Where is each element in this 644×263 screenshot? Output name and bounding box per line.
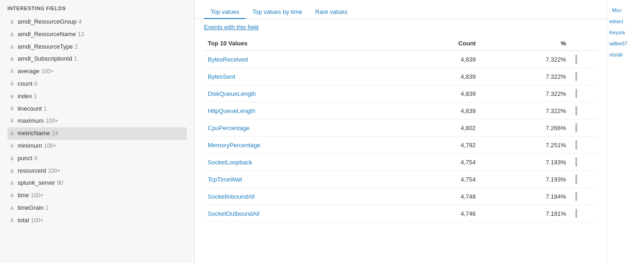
table-cell-value-3[interactable]: HttpQueueLength [204, 102, 399, 119]
table-cell-value-2[interactable]: DiskQueueLength [204, 85, 399, 102]
table-cell-bar-0 [570, 51, 598, 68]
top-values-table-container: Top 10 Values Count % BytesReceived4,839… [195, 37, 607, 222]
tab-top-values[interactable]: Top values [204, 6, 246, 19]
sidebar-item-count-amdl_ResourceName: 13 [78, 30, 84, 39]
sidebar-item-type-maximum: # [10, 117, 16, 125]
right-panel-item-1[interactable]: ed/act [607, 16, 644, 27]
table-cell-count-1: 4,839 [399, 68, 479, 85]
sidebar-item-total[interactable]: #total100+ [7, 214, 187, 227]
table-cell-count-0: 4,839 [399, 51, 479, 68]
sidebar-item-type-resourceId: a [10, 167, 16, 175]
tab-top-values-by-time[interactable]: Top values by time [246, 6, 309, 19]
table-cell-bar-6 [570, 154, 598, 171]
table-row: DiskQueueLength4,8397.322% [204, 85, 598, 102]
table-cell-value-5[interactable]: MemoryPercentage [204, 137, 399, 154]
sidebar-item-count-index: 1 [34, 92, 37, 101]
table-cell-value-1[interactable]: BytesSent [204, 68, 399, 85]
sidebar-item-label-timeGrain: timeGrain [18, 203, 44, 213]
sidebar-item-type-timeGrain: a [10, 204, 16, 213]
sidebar-item-type-amdl_ResourceName: a [10, 30, 16, 39]
table-cell-bar-1 [570, 68, 598, 85]
sidebar-item-amdl_ResourceName[interactable]: aamdl_ResourceName13 [7, 28, 187, 41]
sidebar-item-type-amdl_SubscriptionId: a [10, 55, 16, 63]
sidebar-item-count-linecount: 1 [44, 105, 47, 113]
sidebar-item-count-amdl_SubscriptionId: 1 [74, 55, 77, 63]
sidebar-item-label-resourceId: resourceId [18, 166, 46, 176]
table-cell-value-9[interactable]: SocketOutboundAll [204, 205, 399, 222]
table-cell-bar-5 [570, 137, 598, 154]
sidebar-item-count-amdl_ResourceType: 2 [75, 43, 78, 51]
right-panel-item-3[interactable]: ia8be57 [607, 38, 644, 49]
sidebar: INTERESTING FIELDS aamdl_ResourceGroup4a… [0, 0, 195, 263]
sidebar-item-maximum[interactable]: #maximum100+ [7, 115, 187, 127]
sidebar-item-time[interactable]: atime100+ [7, 189, 187, 202]
sidebar-item-index[interactable]: aindex1 [7, 90, 187, 103]
sidebar-item-type-amdl_ResourceType: a [10, 43, 16, 51]
table-cell-count-9: 4,746 [399, 205, 479, 222]
table-cell-count-2: 4,839 [399, 85, 479, 102]
table-cell-value-4[interactable]: CpuPercentage [204, 119, 399, 137]
sidebar-item-label-minimum: minimum [18, 141, 42, 151]
table-cell-bar-7 [570, 171, 598, 188]
table-cell-pct-1: 7.322% [479, 68, 570, 85]
tab-rare-values[interactable]: Rare values [309, 6, 354, 19]
sidebar-title: INTERESTING FIELDS [7, 6, 187, 11]
table-cell-pct-2: 7.322% [479, 85, 570, 102]
table-row: HttpQueueLength4,8397.322% [204, 102, 598, 119]
sidebar-item-count-time: 100+ [31, 191, 44, 200]
sidebar-item-type-amdl_ResourceGroup: a [10, 18, 16, 26]
sidebar-item-label-count: count [18, 79, 32, 89]
sidebar-item-amdl_SubscriptionId[interactable]: aamdl_SubscriptionId1 [7, 53, 187, 65]
column-header-value: Top 10 Values [204, 37, 399, 51]
sidebar-item-amdl_ResourceGroup[interactable]: aamdl_ResourceGroup4 [7, 16, 187, 28]
sidebar-item-punct[interactable]: apunct9 [7, 152, 187, 165]
sidebar-item-metricName[interactable]: ametricName24 [7, 127, 187, 140]
sidebar-item-type-minimum: # [10, 142, 16, 150]
right-panel-item-4[interactable]: nts/all [607, 49, 644, 60]
table-cell-pct-7: 7.193% [479, 171, 570, 188]
sidebar-item-linecount[interactable]: #linecount1 [7, 103, 187, 115]
column-header-pct: % [479, 37, 570, 51]
sidebar-item-amdl_ResourceType[interactable]: aamdl_ResourceType2 [7, 41, 187, 53]
table-cell-value-0[interactable]: BytesReceived [204, 51, 399, 68]
column-header-bar [570, 37, 598, 51]
table-row: TcpTimeWait4,7547.193% [204, 171, 598, 188]
sidebar-item-type-index: a [10, 92, 16, 101]
table-cell-pct-8: 7.184% [479, 188, 570, 205]
sidebar-item-timeGrain[interactable]: atimeGrain1 [7, 202, 187, 214]
sidebar-item-count-resourceId: 100+ [48, 167, 60, 175]
sidebar-item-type-count: # [10, 80, 16, 88]
sidebar-item-type-splunk_server: a [10, 179, 16, 188]
table-cell-count-5: 4,792 [399, 137, 479, 154]
sidebar-item-label-metricName: metricName [18, 129, 50, 138]
table-cell-pct-4: 7.266% [479, 119, 570, 137]
sidebar-item-splunk_server[interactable]: asplunk_server90 [7, 177, 187, 189]
table-cell-bar-4 [570, 119, 598, 137]
sidebar-item-label-time: time [18, 191, 29, 200]
table-cell-pct-0: 7.322% [479, 51, 570, 68]
sidebar-item-minimum[interactable]: #minimum100+ [7, 140, 187, 152]
sidebar-item-average[interactable]: #average100+ [7, 65, 187, 78]
sidebar-item-label-amdl_SubscriptionId: amdl_SubscriptionId [18, 54, 72, 64]
table-cell-value-6[interactable]: SocketLoopback [204, 154, 399, 171]
sidebar-item-label-amdl_ResourceName: amdl_ResourceName [18, 30, 76, 39]
table-cell-value-8[interactable]: SocketInboundAll [204, 188, 399, 205]
right-panel-item-2[interactable]: Keys/a [607, 27, 644, 38]
sidebar-item-label-index: index [18, 92, 32, 101]
table-row: BytesReceived4,8397.322% [204, 51, 598, 68]
sidebar-item-count[interactable]: #count6 [7, 78, 187, 90]
sidebar-item-count-timeGrain: 1 [45, 204, 49, 213]
table-cell-bar-9 [570, 205, 598, 222]
sidebar-item-resourceId[interactable]: aresourceId100+ [7, 165, 187, 177]
table-cell-pct-5: 7.251% [479, 137, 570, 154]
table-row: MemoryPercentage4,7927.251% [204, 137, 598, 154]
table-cell-value-7[interactable]: TcpTimeWait [204, 171, 399, 188]
table-cell-bar-3 [570, 102, 598, 119]
table-cell-count-4: 4,802 [399, 119, 479, 137]
table-cell-bar-2 [570, 85, 598, 102]
events-with-field-link[interactable]: Events with this field [195, 19, 607, 37]
sidebar-item-count-splunk_server: 90 [57, 179, 63, 188]
sidebar-item-count-average: 100+ [41, 67, 54, 76]
right-panel-item-0[interactable]: : Micr [607, 5, 644, 16]
table-row: SocketInboundAll4,7487.184% [204, 188, 598, 205]
